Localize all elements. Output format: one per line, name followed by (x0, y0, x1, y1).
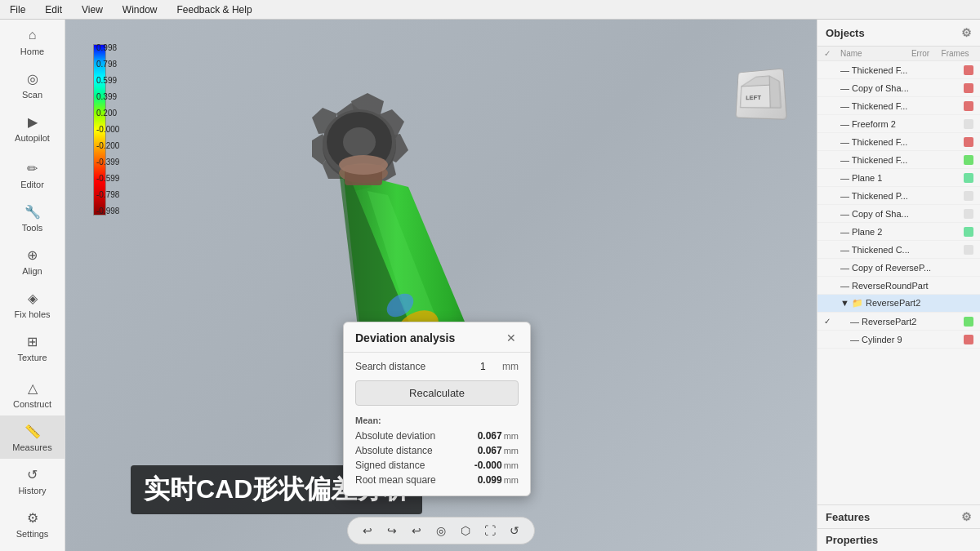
stats-section: Mean: Absolute deviation 0.067mm Absolut… (355, 415, 519, 487)
absolute-deviation-row: Absolute deviation 0.067mm (355, 429, 519, 443)
nav-cube[interactable]: LEFT (735, 69, 792, 126)
menu-file[interactable]: File (7, 2, 29, 17)
obj-color-7 (964, 191, 973, 201)
svg-marker-23 (769, 75, 781, 108)
scale-labels: 0.998 0.798 0.599 0.399 0.200 -0.000 -0.… (96, 44, 119, 216)
obj-color-1 (964, 83, 973, 93)
history-icon: ↺ (24, 465, 42, 483)
search-distance-row: Search distance mm (355, 361, 519, 372)
object-row-10[interactable]: — Thickened C... (817, 241, 980, 259)
features-section: Features ⚙ (817, 504, 980, 528)
fix-holes-icon: ◈ (24, 289, 42, 307)
sidebar-label-tools: Tools (22, 223, 43, 233)
object-row-7[interactable]: — Thickened P... (817, 187, 980, 205)
checkmark-icon: ✓ (824, 317, 831, 326)
obj-name-3: — Freeform 2 (840, 119, 960, 129)
obj-color-4 (964, 137, 973, 147)
scale-label-7: -0.399 (96, 158, 119, 167)
toolbar-rotate[interactable]: ↺ (505, 521, 524, 540)
tools-icon: 🔧 (24, 202, 42, 220)
menu-window[interactable]: Window (119, 2, 161, 17)
recalculate-button[interactable]: Recalculate (355, 380, 519, 406)
menu-view[interactable]: View (78, 2, 106, 17)
object-row-11[interactable]: — Copy of ReverseP... (817, 259, 980, 277)
sidebar-item-tools[interactable]: 🔧 Tools (0, 196, 65, 239)
toolbar-back[interactable]: ↩ (407, 521, 426, 540)
features-header: Features ⚙ (826, 510, 972, 523)
search-distance-input[interactable] (466, 361, 498, 372)
toolbar-grid[interactable]: ⛶ (480, 521, 500, 540)
objects-panel-header: Objects ⚙ (817, 20, 980, 47)
viewport[interactable]: 0.998 0.798 0.599 0.399 0.200 -0.000 -0.… (65, 20, 817, 551)
sidebar-item-editor[interactable]: ✏ Editor (0, 153, 65, 196)
absolute-deviation-value: 0.067mm (478, 430, 519, 442)
sidebar-item-settings[interactable]: ⚙ Settings (0, 502, 65, 545)
obj-color-15 (964, 335, 973, 344)
signed-distance-value: -0.000mm (474, 460, 519, 471)
object-row-0[interactable]: — Thickened F... (817, 61, 980, 79)
object-row-6[interactable]: — Plane 1 (817, 169, 980, 187)
sidebar-item-measures[interactable]: 📏 Measures (0, 415, 65, 459)
rms-value: 0.099mm (478, 474, 519, 486)
menubar: File Edit View Window Feedback & Help (0, 0, 980, 20)
scale-label-3: 0.399 (96, 93, 119, 101)
obj-name-11: — Copy of ReverseP... (840, 263, 973, 273)
sidebar-item-fix-holes[interactable]: ◈ Fix holes (0, 282, 65, 326)
objects-title: Objects (826, 27, 865, 39)
mean-label: Mean: (355, 415, 519, 425)
sidebar-label-texture: Texture (17, 353, 47, 362)
object-row-1[interactable]: — Copy of Sha... (817, 79, 980, 97)
sidebar-item-home[interactable]: ⌂ Home (0, 20, 65, 63)
obj-name-8: — Copy of Sha... (840, 209, 960, 219)
toolbar-redo[interactable]: ↪ (382, 521, 402, 540)
toolbar-hex[interactable]: ⬡ (456, 521, 475, 540)
toolbar-target[interactable]: ◎ (431, 521, 451, 540)
obj-name-15: — Cylinder 9 (850, 335, 960, 344)
objects-col-headers: ✓ Name Error Frames (817, 47, 980, 61)
object-row-4[interactable]: — Thickened F... (817, 133, 980, 151)
object-row-3[interactable]: — Freeform 2 (817, 115, 980, 133)
sidebar-label-autopilot: Autopilot (15, 133, 50, 143)
deviation-close-button[interactable]: ✕ (504, 331, 519, 345)
scan-icon: ◎ (24, 69, 42, 87)
sidebar-item-scan[interactable]: ◎ Scan (0, 63, 65, 106)
scale-label-9: -0.798 (96, 191, 119, 199)
object-row-9[interactable]: — Plane 2 (817, 223, 980, 241)
obj-color-9 (964, 227, 973, 237)
signed-distance-label: Signed distance (355, 460, 425, 471)
absolute-distance-label: Absolute distance (355, 445, 433, 456)
properties-title: Properties (826, 534, 878, 546)
settings-icon: ⚙ (24, 509, 42, 527)
sidebar-label-fix-holes: Fix holes (14, 309, 50, 319)
object-row-14[interactable]: ✓— ReversePart2 (817, 313, 980, 331)
sidebar-item-feedback[interactable]: 💬 Feedback (0, 545, 65, 551)
main-area: ⌂ Home ◎ Scan ▶ Autopilot ✏ Editor 🔧 Too… (0, 20, 980, 551)
scale-label-4: 0.200 (96, 109, 119, 118)
rms-row: Root mean square 0.099mm (355, 473, 519, 487)
left-sidebar: ⌂ Home ◎ Scan ▶ Autopilot ✏ Editor 🔧 Too… (0, 20, 65, 551)
toolbar-undo[interactable]: ↩ (358, 521, 377, 540)
scale-label-5: -0.000 (96, 126, 119, 134)
deviation-body: Search distance mm Recalculate Mean: Abs… (344, 353, 530, 495)
menu-feedback[interactable]: Feedback & Help (174, 2, 256, 17)
obj-name-1: — Copy of Sha... (840, 83, 960, 93)
objects-settings-icon[interactable]: ⚙ (961, 26, 972, 39)
sidebar-item-align[interactable]: ⊕ Align (0, 239, 65, 282)
sidebar-label-align: Align (22, 266, 42, 276)
object-row-8[interactable]: — Copy of Sha... (817, 205, 980, 223)
sidebar-item-autopilot[interactable]: ▶ Autopilot (0, 106, 65, 149)
object-row-2[interactable]: — Thickened F... (817, 97, 980, 115)
autopilot-icon: ▶ (24, 113, 42, 131)
object-row-15[interactable]: — Cylinder 9 (817, 331, 980, 349)
object-row-12[interactable]: — ReverseRoundPart (817, 277, 980, 295)
obj-color-2 (964, 101, 973, 111)
sidebar-item-history[interactable]: ↺ History (0, 459, 65, 502)
menu-edit[interactable]: Edit (42, 2, 65, 17)
sidebar-item-construct[interactable]: △ Construct (0, 372, 65, 415)
search-distance-value-group: mm (466, 361, 519, 372)
features-settings-icon[interactable]: ⚙ (961, 510, 972, 523)
obj-color-5 (964, 155, 973, 165)
object-row-13[interactable]: ▼ 📁 ReversePart2 (817, 295, 980, 313)
object-row-5[interactable]: — Thickened F... (817, 151, 980, 169)
sidebar-item-texture[interactable]: ⊞ Texture (0, 326, 65, 369)
